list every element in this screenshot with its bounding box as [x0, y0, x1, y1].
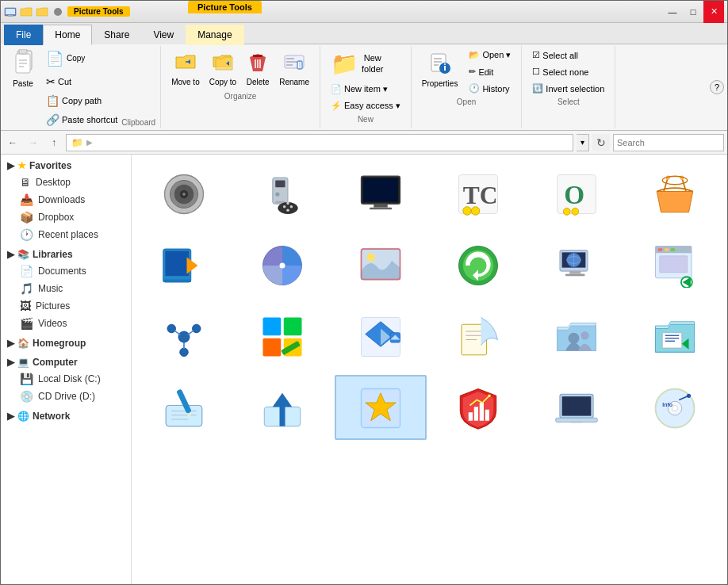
select-label: Select [527, 96, 610, 108]
up-button[interactable]: ↑ [45, 134, 63, 151]
svg-rect-44 [374, 204, 388, 207]
tab-view[interactable]: View [141, 25, 186, 45]
file-icon-24: Info [649, 383, 700, 434]
copy-button[interactable]: 📄 Copy [42, 46, 121, 71]
new-folder-button[interactable]: 📁 Newfolder [327, 48, 388, 80]
tab-home[interactable]: Home [43, 25, 92, 45]
computer-header[interactable]: ▶ 💻 Computer [1, 354, 131, 370]
sidebar-item-cd-drive[interactable]: 💿 CD Drive (D:) [1, 388, 131, 405]
file-item-8[interactable] [236, 232, 328, 297]
file-item-17[interactable] [531, 304, 623, 369]
sidebar: ▶ ★ Favorites 🖥 Desktop 📥 Downloads 📦 Dr… [1, 155, 132, 585]
new-item-button[interactable]: 📄 New item ▾ [327, 82, 404, 97]
properties-button[interactable]: Properties [418, 48, 462, 96]
svg-rect-58 [165, 251, 189, 277]
file-item-1[interactable] [138, 161, 230, 226]
back-button[interactable]: ← [4, 134, 21, 151]
window-controls[interactable]: ― □ ✕ [662, 1, 724, 23]
new-item-icon: 📄 [331, 84, 342, 94]
tab-manage[interactable]: Manage [186, 25, 243, 45]
recent-label: Recent places [38, 229, 98, 240]
file-icon-9 [355, 240, 406, 291]
open-button[interactable]: 📂 Open ▾ [465, 48, 515, 63]
file-item-3[interactable] [335, 161, 427, 226]
cut-button[interactable]: ✂ Cut [42, 73, 121, 90]
maximize-button[interactable]: □ [683, 1, 703, 23]
sidebar-item-recent[interactable]: 🕐 Recent places [1, 226, 131, 243]
file-item-11[interactable] [531, 232, 623, 297]
delete-button[interactable]: Delete [242, 48, 274, 90]
sidebar-item-documents[interactable]: 📄 Documents [1, 262, 131, 280]
file-item-24[interactable]: Info [629, 375, 721, 440]
paste-shortcut-button[interactable]: 🔗 Paste shortcut [42, 111, 121, 128]
rename-button[interactable]: Rename [275, 48, 313, 90]
help-button[interactable]: ? [710, 80, 724, 94]
refresh-button[interactable]: ↻ [592, 134, 610, 151]
invert-selection-button[interactable]: 🔃 Invert selection [528, 81, 608, 96]
svg-rect-91 [262, 318, 281, 336]
file-item-21[interactable] [335, 375, 427, 440]
minimize-button[interactable]: ― [662, 1, 683, 23]
file-item-20[interactable] [236, 375, 328, 440]
file-item-7[interactable] [138, 232, 230, 297]
tab-share[interactable]: Share [92, 25, 141, 45]
clipboard-label: Clipboard [121, 117, 155, 128]
file-item-16[interactable] [433, 304, 525, 369]
network-header[interactable]: ▶ 🌐 Network [1, 408, 131, 424]
libraries-header[interactable]: ▶ 📚 Libraries [1, 247, 131, 262]
file-icon-12 [649, 240, 700, 291]
file-item-19[interactable] [138, 375, 230, 440]
close-button[interactable]: ✕ [703, 1, 724, 23]
sidebar-item-music[interactable]: 🎵 Music [1, 280, 131, 297]
move-to-label: Move to [171, 78, 200, 87]
move-to-button[interactable]: Move to [167, 48, 204, 90]
sidebar-item-videos[interactable]: 🎬 Videos [1, 315, 131, 332]
homegroup-icon: 🏠 [17, 338, 29, 349]
music-icon: 🎵 [20, 282, 33, 295]
svg-point-53 [572, 208, 579, 216]
forward-button[interactable]: → [25, 134, 42, 151]
address-dropdown[interactable]: ▾ [577, 134, 589, 151]
sidebar-item-dropbox[interactable]: 📦 Dropbox [1, 208, 131, 226]
file-item-5[interactable]: O [531, 161, 623, 226]
select-none-button[interactable]: ☐ Select none [528, 64, 608, 79]
favorites-header[interactable]: ▶ ★ Favorites [1, 158, 131, 174]
file-item-6[interactable] [629, 161, 721, 226]
sidebar-item-local-disk[interactable]: 💾 Local Disk (C:) [1, 370, 131, 388]
invert-selection-label: Invert selection [546, 84, 604, 94]
file-icon-8 [257, 240, 308, 291]
file-icon-10 [453, 240, 504, 291]
search-input[interactable] [617, 138, 726, 147]
address-path[interactable]: 📁 ▶ [66, 134, 573, 151]
copy-path-button[interactable]: 📋 Copy path [42, 92, 121, 109]
paste-button[interactable]: Paste [6, 46, 40, 128]
sidebar-item-downloads[interactable]: 📥 Downloads [1, 191, 131, 208]
file-item-9[interactable] [335, 232, 427, 297]
select-all-button[interactable]: ☑ Select all [528, 48, 608, 63]
history-button[interactable]: 🕐 History [465, 81, 515, 96]
tab-file[interactable]: File [4, 25, 43, 45]
file-item-14[interactable] [236, 304, 328, 369]
file-item-15[interactable] [335, 304, 427, 369]
file-item-2[interactable] [236, 161, 328, 226]
file-item-10[interactable] [433, 232, 525, 297]
copy-to-button[interactable]: Copy to [205, 48, 240, 90]
easy-access-button[interactable]: ⚡ Easy access ▾ [327, 98, 404, 113]
sidebar-item-desktop[interactable]: 🖥 Desktop [1, 174, 131, 191]
edit-button[interactable]: ✏ Edit [465, 64, 515, 79]
title-bar: Picture Tools ― □ ✕ [1, 1, 727, 23]
file-icon-13 [159, 312, 209, 362]
file-item-12[interactable] [629, 232, 721, 297]
sidebar-item-pictures[interactable]: 🖼 Pictures [1, 297, 131, 315]
file-icon-23 [551, 383, 602, 434]
file-item-13[interactable] [138, 304, 230, 369]
homegroup-header[interactable]: ▶ 🏠 Homegroup [1, 335, 131, 351]
svg-line-89 [187, 331, 193, 335]
svg-line-88 [174, 331, 181, 335]
file-item-18[interactable] [629, 304, 721, 369]
svg-rect-75 [565, 274, 585, 277]
svg-marker-82 [684, 278, 691, 287]
file-item-23[interactable] [531, 375, 623, 440]
file-item-4[interactable]: TC [433, 161, 525, 226]
file-item-22[interactable] [433, 375, 525, 440]
